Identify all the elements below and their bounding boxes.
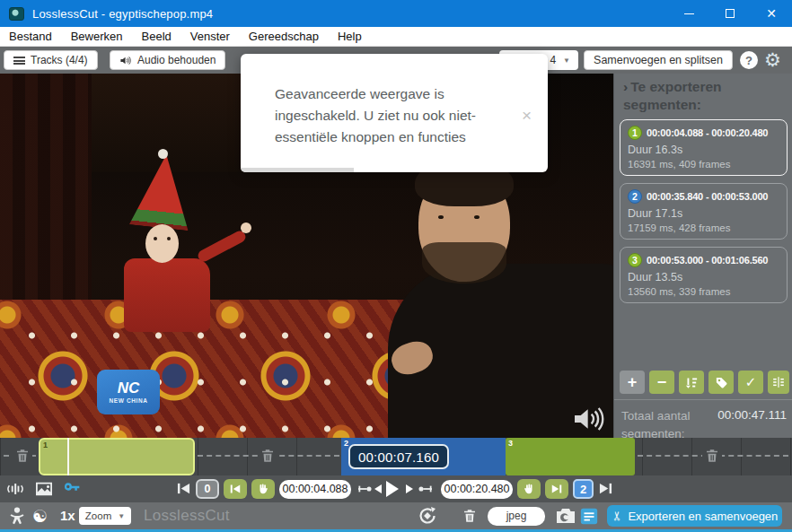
- segment-details: 13560 ms, 339 frames: [628, 286, 779, 297]
- jump-cut-start-button[interactable]: [224, 479, 247, 499]
- segments-panel-header[interactable]: ›Te exporteren segmenten:: [623, 78, 780, 115]
- play-button[interactable]: [386, 481, 399, 497]
- hand-icon: [257, 483, 269, 495]
- close-icon: ✕: [766, 6, 777, 21]
- tracks-button[interactable]: Tracks (4/4): [4, 50, 98, 70]
- jump-end-icon[interactable]: [599, 482, 612, 495]
- menu-venster[interactable]: Venster: [190, 30, 230, 43]
- hand-icon: [523, 483, 535, 495]
- trash-icon: [702, 445, 722, 467]
- label-segment-button[interactable]: [708, 371, 734, 394]
- segment-details: 16391 ms, 409 frames: [628, 159, 779, 170]
- export-button[interactable]: ✂ Exporteren en samenvoegen: [607, 505, 782, 527]
- merge-split-button[interactable]: Samenvoegen en splitsen: [584, 50, 733, 70]
- plus-icon: +: [628, 373, 638, 392]
- maximize-button[interactable]: [709, 0, 751, 27]
- window-title: LosslessCut - egyptischepop.mp4: [32, 7, 213, 21]
- question-icon: ?: [745, 54, 752, 67]
- close-button[interactable]: ✕: [751, 0, 792, 27]
- remove-segment-button[interactable]: −: [649, 371, 674, 394]
- minimize-button[interactable]: [668, 0, 709, 27]
- audio-icon: [119, 56, 132, 65]
- camera-icon[interactable]: [555, 507, 576, 525]
- menu-bewerken[interactable]: Bewerken: [71, 30, 123, 43]
- menu-bestand[interactable]: Bestand: [9, 30, 52, 43]
- presenter-beard: [422, 242, 506, 283]
- segment-end-icon: [551, 484, 562, 494]
- puppet-face: [145, 224, 179, 263]
- cut-end-time-field[interactable]: 00:00:20.480: [441, 480, 513, 499]
- trash-icon: [13, 445, 32, 467]
- toast-notification: Geavanceerde weergave is ingeschakeld. U…: [241, 54, 548, 172]
- invert-segments-button[interactable]: [768, 371, 789, 394]
- playhead[interactable]: [67, 438, 69, 475]
- current-segment-badge[interactable]: 2: [573, 479, 594, 499]
- toast-close-button[interactable]: ×: [522, 106, 532, 126]
- trash-icon[interactable]: [462, 507, 478, 525]
- chevron-down-icon: ▼: [118, 512, 125, 520]
- add-segment-button[interactable]: +: [620, 371, 645, 394]
- jump-start-icon[interactable]: [177, 482, 190, 495]
- chevron-down-icon: ▼: [563, 57, 570, 65]
- menu-beeld[interactable]: Beeld: [142, 30, 172, 43]
- menu-gereedschap[interactable]: Gereedschap: [249, 30, 319, 43]
- export-label: Exporteren en samenvoegen: [628, 510, 778, 523]
- zoom-dropdown[interactable]: Zoom ▼: [79, 507, 131, 525]
- step-forward-icon[interactable]: [406, 484, 413, 493]
- app-icon: [9, 7, 24, 21]
- format-value: 4: [550, 54, 556, 66]
- title-bar: LosslessCut - egyptischepop.mp4 ✕: [0, 0, 792, 27]
- transport-controls: 0 00:00:04.088 00:00:20.480 2: [0, 475, 792, 502]
- segments-panel: ›Te exporteren segmenten: 1 00:00:04.088…: [613, 74, 792, 438]
- capture-format-button[interactable]: jpeg: [488, 507, 545, 526]
- simple-mode-icon[interactable]: [7, 506, 27, 526]
- waveform-icon[interactable]: [5, 482, 25, 496]
- minimize-icon: [684, 13, 694, 14]
- logo-name: NEW CHINA: [110, 397, 148, 404]
- keyframes-icon[interactable]: [63, 480, 81, 498]
- seek-prev-keyframe-icon[interactable]: [356, 484, 372, 494]
- volume-icon: [571, 406, 607, 432]
- segment-number-badge: 3: [628, 253, 642, 267]
- segment-card-1[interactable]: 1 00:00:04.088 - 00:00:20.480 Duur 16.3s…: [620, 119, 788, 176]
- thumbnails-icon[interactable]: [34, 481, 54, 497]
- segment-card-2[interactable]: 2 00:00:35.840 - 00:00:53.000 Duur 17.1s…: [620, 183, 788, 240]
- step-back-icon[interactable]: [374, 484, 382, 493]
- sort-numeric-icon: [685, 376, 699, 389]
- menu-help[interactable]: Help: [338, 30, 362, 43]
- check-icon: ✓: [745, 374, 757, 390]
- seek-next-keyframe-icon[interactable]: [418, 484, 435, 494]
- minus-icon: −: [657, 373, 667, 392]
- settings-button[interactable]: ⚙: [764, 49, 781, 71]
- help-button[interactable]: ?: [740, 51, 758, 69]
- timeline-segment-3[interactable]: 3: [506, 438, 635, 475]
- dark-mode-icon[interactable]: ☯: [32, 506, 48, 527]
- keep-audio-button[interactable]: Audio behouden: [110, 50, 225, 70]
- merge-split-label: Samenvoegen en splitsen: [594, 54, 723, 66]
- segment-card-3[interactable]: 3 00:00:53.000 - 00:01:06.560 Duur 13.5s…: [620, 247, 788, 303]
- segment-range: 00:00:53.000 - 00:01:06.560: [647, 255, 768, 266]
- segment-actions: + − ✓: [620, 371, 789, 394]
- playback-speed: 1x: [60, 508, 75, 523]
- puppet-eye: [154, 237, 157, 240]
- sort-segments-button[interactable]: [679, 371, 704, 394]
- jump-zero-button[interactable]: 0: [196, 479, 219, 499]
- set-cut-end-button[interactable]: [517, 479, 541, 499]
- broadcaster-logo: NC NEW CHINA: [97, 370, 160, 414]
- toast-message: Geavanceerde weergave is ingeschakeld. U…: [275, 83, 495, 148]
- backdrop-drape: [0, 74, 92, 320]
- presenter-eye: [474, 215, 480, 219]
- trash-icon: [258, 445, 277, 467]
- puppet-eye: [167, 237, 171, 240]
- jump-cut-end-button[interactable]: [545, 479, 568, 499]
- select-segments-button[interactable]: ✓: [738, 371, 763, 394]
- cut-start-time-field[interactable]: 00:00:04.088: [279, 480, 351, 499]
- set-cut-start-button[interactable]: [251, 479, 275, 499]
- bottom-bar: ☯ 1x Zoom ▼ LosslessCut jpeg ✂ Exportere…: [0, 502, 792, 529]
- toast-progress-bar: [241, 168, 354, 172]
- segments-list-icon[interactable]: [579, 506, 599, 526]
- rotation-icon[interactable]: [417, 505, 438, 527]
- segment-number-badge: 1: [628, 126, 642, 140]
- timeline[interactable]: 1 2 3 00:00:07.160: [0, 438, 792, 475]
- timeline-segment-1[interactable]: 1: [39, 438, 195, 475]
